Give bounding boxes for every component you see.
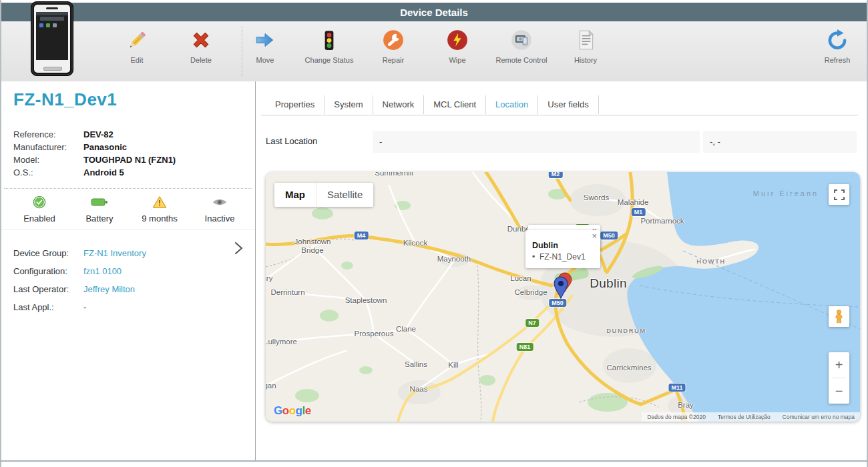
link-label: Last Operator: (13, 284, 83, 294)
google-logo[interactable]: Google (274, 404, 311, 418)
tab-properties[interactable]: Properties (266, 95, 324, 114)
toolbar-remote-control-button[interactable]: Remote Control (489, 25, 554, 77)
lightning-icon (446, 25, 469, 55)
toolbar-change-status-button[interactable]: Change Status (297, 25, 361, 77)
fullscreen-button[interactable] (829, 184, 849, 205)
fullscreen-icon (833, 189, 845, 201)
info-value: DEV-82 (83, 129, 114, 139)
toolbar-refresh-button[interactable]: Refresh (812, 25, 863, 77)
toolbar-refresh-label: Refresh (825, 56, 851, 64)
toolbar-wipe-button[interactable]: Wipe (425, 25, 489, 77)
zoom-in-button[interactable]: + (829, 352, 849, 378)
map-attribution: Dados do mapa ©2020Termos de UtilizaçãoC… (642, 412, 860, 422)
toolbar-repair-button[interactable]: Repair (361, 25, 425, 77)
status-label: Enabled (23, 213, 55, 223)
toolbar-edit-button[interactable]: Edit (105, 25, 169, 77)
info-label: Reference: (13, 129, 83, 139)
device-links-list: Device Group:FZ-N1 InventoryConfiguratio… (13, 244, 146, 316)
last-location-latlng-field: -, - (703, 131, 857, 153)
device-link-row: Device Group:FZ-N1 Inventory (13, 244, 146, 262)
toolbar-move-label: Move (256, 56, 274, 64)
map-type-map-button[interactable]: Map (274, 183, 316, 207)
toolbar-edit-label: Edit (131, 56, 144, 64)
info-label: Model: (13, 155, 83, 165)
info-value: Panasonic (83, 142, 127, 152)
zoom-out-button[interactable]: − (829, 378, 849, 404)
page-title: Device Details (400, 7, 468, 18)
toolbar-delete-label: Delete (190, 56, 212, 64)
battery-icon (91, 195, 108, 209)
divider (4, 188, 252, 189)
document-icon (574, 25, 597, 55)
wrench-icon (382, 25, 405, 55)
map-type-satellite-button[interactable]: Satellite (316, 183, 373, 207)
device-group-chevron-icon[interactable] (230, 240, 246, 256)
link-value[interactable]: FZ-N1 Inventory (83, 248, 146, 258)
toolbar-remote-control-label: Remote Control (495, 56, 547, 64)
device-detail-panel: PropertiesSystemNetworkMCL ClientLocatio… (256, 81, 867, 460)
last-location-label: Last Location (266, 136, 317, 146)
delete-x-icon (190, 25, 212, 55)
status-battery: Battery (69, 195, 130, 223)
device-status-row: EnabledBattery9 monthsInactive (9, 195, 250, 223)
warning-triangle-icon (152, 195, 167, 209)
page-border (0, 0, 1, 467)
status-label: Battery (85, 213, 113, 223)
tab-location[interactable]: Location (486, 95, 538, 114)
divider (1, 229, 255, 230)
info-label: O.S.: (13, 167, 83, 177)
eye-icon (212, 195, 228, 209)
tab-network[interactable]: Network (373, 95, 425, 114)
tab-mcl-client[interactable]: MCL Client (424, 95, 486, 114)
status-inactive: Inactive (190, 195, 250, 223)
remote-screen-icon (510, 25, 533, 55)
device-link-row: Last Operator:Jeffrey Milton (13, 280, 146, 298)
arrow-right-icon (254, 25, 276, 55)
page-border (0, 460, 868, 462)
pegman-button[interactable] (829, 306, 849, 327)
close-icon[interactable]: × (592, 231, 597, 240)
link-label: Configuration: (13, 266, 83, 276)
device-info-row: Model:TOUGHPAD N1 (FZN1) (13, 153, 176, 166)
device-info-list: Reference:DEV-82Manufacturer:PanasonicMo… (13, 128, 176, 179)
tab-system[interactable]: System (324, 95, 373, 114)
device-link-row: Last Appl.:- (13, 298, 146, 316)
refresh-icon (826, 25, 849, 55)
titlebar: Device Details (1, 3, 867, 21)
toolbar-history-button[interactable]: History (554, 25, 618, 77)
toolbar-buttons: EditDeleteMoveChange StatusRepairWipeRem… (105, 25, 618, 77)
device-details-page: Device Details EditDeleteMoveChange Stat… (0, 0, 868, 467)
status-label: Inactive (205, 213, 235, 223)
attribution-item[interactable]: Dados do mapa ©2020 (647, 414, 706, 420)
map-type-control: Map Satellite (274, 183, 373, 207)
info-window: × Dublin • FZ-N1_Dev1 (525, 230, 600, 268)
device-info-row: Reference:DEV-82 (13, 128, 176, 141)
info-window-title: Dublin (532, 241, 558, 250)
toolbar-move-button[interactable]: Move (233, 25, 297, 77)
tab-user-fields[interactable]: User fields (538, 95, 598, 114)
attribution-item[interactable]: Comunicar um erro no mapa (783, 414, 855, 420)
zoom-control: + − (829, 352, 849, 404)
info-window-device: • FZ-N1_Dev1 (532, 252, 586, 262)
info-value: Android 5 (83, 167, 124, 177)
map-canvas[interactable]: SummerhillSwordsMalahidePortmarnockDunbo… (266, 172, 860, 422)
attribution-item[interactable]: Termos de Utilização (718, 414, 771, 420)
device-summary-panel: FZ-N1_Dev1 Reference:DEV-82Manufacturer:… (1, 81, 255, 460)
link-value[interactable]: Jeffrey Milton (83, 284, 135, 294)
link-value[interactable]: fzn1 0100 (83, 266, 122, 276)
pencil-icon (126, 25, 148, 55)
status-enabled: Enabled (9, 195, 69, 223)
toolbar-history-label: History (574, 56, 597, 64)
link-label: Device Group: (13, 248, 83, 258)
detail-tabs: PropertiesSystemNetworkMCL ClientLocatio… (266, 95, 599, 114)
toolbar-wipe-label: Wipe (449, 56, 465, 64)
tabs-underline (261, 115, 858, 115)
status-9-months: 9 months (130, 195, 190, 223)
traffic-light-icon (318, 25, 341, 55)
info-label: Manufacturer: (13, 142, 83, 152)
toolbar-delete-button[interactable]: Delete (169, 25, 233, 77)
status-label: 9 months (142, 213, 177, 223)
toolbar: EditDeleteMoveChange StatusRepairWipeRem… (1, 21, 867, 82)
map-marker[interactable] (546, 269, 576, 300)
device-link-row: Configuration:fzn1 0100 (13, 262, 146, 280)
